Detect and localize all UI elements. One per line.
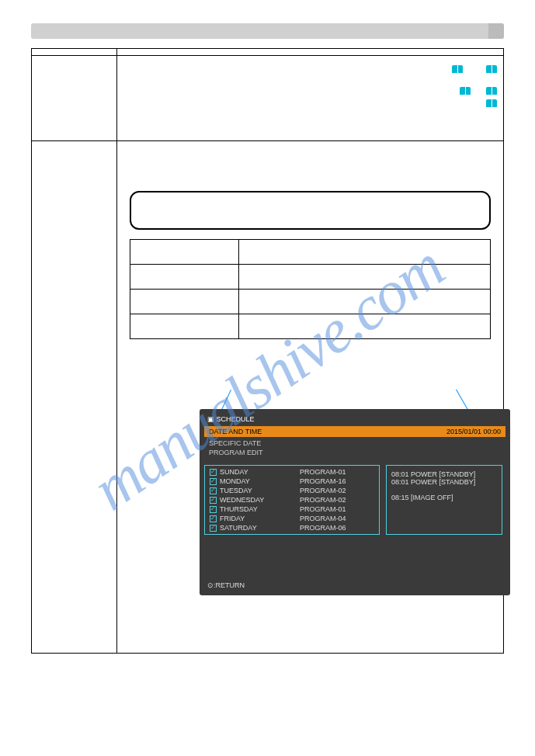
day-label: TUESDAY <box>220 487 252 494</box>
day-label: THURSDAY <box>220 505 258 513</box>
icon-group-1 <box>122 59 499 81</box>
sub-parameter-table <box>130 239 491 339</box>
osd-tab-specific-date[interactable]: SPECIFIC DATE <box>204 439 505 448</box>
osd-program-col: PROGRAM-01 PROGRAM-16 PROGRAM-02 PROGRAM… <box>300 467 377 532</box>
osd-day-tuesday[interactable]: TUESDAY <box>210 486 300 495</box>
book-icon <box>452 65 463 73</box>
cell-right-2: ▣ SCHEDULE DATE AND TIME 2015/01/01 00:0… <box>117 141 504 654</box>
osd-day-friday[interactable]: FRIDAY <box>210 514 300 523</box>
book-icon <box>486 87 497 95</box>
event-row: 08:01 POWER [STANDBY] <box>391 478 497 486</box>
checkbox-icon[interactable] <box>210 478 217 485</box>
header-item <box>32 49 117 56</box>
program-value: PROGRAM-06 <box>300 523 377 532</box>
program-value: PROGRAM-04 <box>300 514 377 523</box>
sub-c2 <box>239 265 491 290</box>
osd-date-time-row[interactable]: DATE AND TIME 2015/01/01 00:00 <box>204 426 505 437</box>
osd-date-value: 2015/01/01 00:00 <box>446 428 501 435</box>
program-value: PROGRAM-02 <box>300 495 377 505</box>
header-desc <box>117 49 504 56</box>
sub-c4 <box>239 290 491 314</box>
program-value: PROGRAM-01 <box>300 467 377 477</box>
event-row: 08:15 [IMAGE OFF] <box>391 494 497 501</box>
osd-day-wednesday[interactable]: WEDNESDAY <box>210 495 300 505</box>
osd-date-label: DATE AND TIME <box>209 428 262 435</box>
osd-title-text: SCHEDULE <box>217 415 255 423</box>
osd-day-saturday[interactable]: SATURDAY <box>210 523 300 532</box>
day-label: FRIDAY <box>220 515 245 522</box>
osd-body: SUNDAY MONDAY TUESDAY WEDNESDAY THURSDAY… <box>204 465 505 535</box>
sub-h2 <box>239 240 491 265</box>
day-label: SATURDAY <box>220 524 257 532</box>
checkbox-icon[interactable] <box>210 525 217 532</box>
osd-day-col: SUNDAY MONDAY TUESDAY WEDNESDAY THURSDAY… <box>207 467 300 532</box>
sub-row-3 <box>130 314 491 339</box>
osd-title: ▣ SCHEDULE <box>204 414 505 425</box>
osd-return-hint: ⊙:RETURN <box>207 581 245 589</box>
sub-c6 <box>239 314 491 339</box>
section-header-bar <box>31 23 504 39</box>
event-row <box>391 486 497 494</box>
osd-schedule-screen: ▣ SCHEDULE DATE AND TIME 2015/01/01 00:0… <box>200 409 510 595</box>
book-icon <box>486 65 497 73</box>
day-label: MONDAY <box>220 477 250 485</box>
osd-tab-program-edit[interactable]: PROGRAM EDIT <box>204 448 505 457</box>
sub-header-row <box>130 240 491 265</box>
sub-h1 <box>130 240 239 265</box>
book-icon <box>460 87 471 95</box>
sub-c3 <box>130 290 239 314</box>
checkbox-icon[interactable] <box>210 469 217 476</box>
cell-right-1 <box>117 56 504 141</box>
program-value: PROGRAM-16 <box>300 477 377 486</box>
osd-day-list: SUNDAY MONDAY TUESDAY WEDNESDAY THURSDAY… <box>204 465 380 535</box>
day-label: SUNDAY <box>220 468 248 476</box>
manual-page: ▣ SCHEDULE DATE AND TIME 2015/01/01 00:0… <box>0 0 535 677</box>
sub-c5 <box>130 314 239 339</box>
checkbox-icon[interactable] <box>210 497 217 504</box>
checkbox-icon[interactable] <box>210 515 217 522</box>
sub-c1 <box>130 265 239 290</box>
osd-day-thursday[interactable]: THURSDAY <box>210 505 300 514</box>
osd-day-sunday[interactable]: SUNDAY <box>210 467 300 477</box>
cell-left-1 <box>32 56 117 141</box>
row-schedule: ▣ SCHEDULE DATE AND TIME 2015/01/01 00:0… <box>32 141 504 654</box>
day-label: WEDNESDAY <box>220 496 264 504</box>
osd-day-monday[interactable]: MONDAY <box>210 477 300 486</box>
row-icons <box>32 56 504 141</box>
osd-event-list: 08:01 POWER [STANDBY] 08:01 POWER [STAND… <box>386 465 502 535</box>
sub-row-2 <box>130 290 491 314</box>
header-row <box>32 49 504 56</box>
program-value: PROGRAM-01 <box>300 505 377 514</box>
cell-left-2 <box>32 141 117 654</box>
icon-group-2 <box>122 81 499 115</box>
event-row: 08:01 POWER [STANDBY] <box>391 470 497 478</box>
program-value: PROGRAM-02 <box>300 486 377 495</box>
rounded-note-box <box>130 191 491 230</box>
checkbox-icon[interactable] <box>210 487 217 494</box>
checkbox-icon[interactable] <box>210 506 217 513</box>
book-icon <box>486 99 497 107</box>
settings-table: ▣ SCHEDULE DATE AND TIME 2015/01/01 00:0… <box>31 48 504 654</box>
sub-row-1 <box>130 265 491 290</box>
osd-screenshot-container: ▣ SCHEDULE DATE AND TIME 2015/01/01 00:0… <box>130 409 491 611</box>
